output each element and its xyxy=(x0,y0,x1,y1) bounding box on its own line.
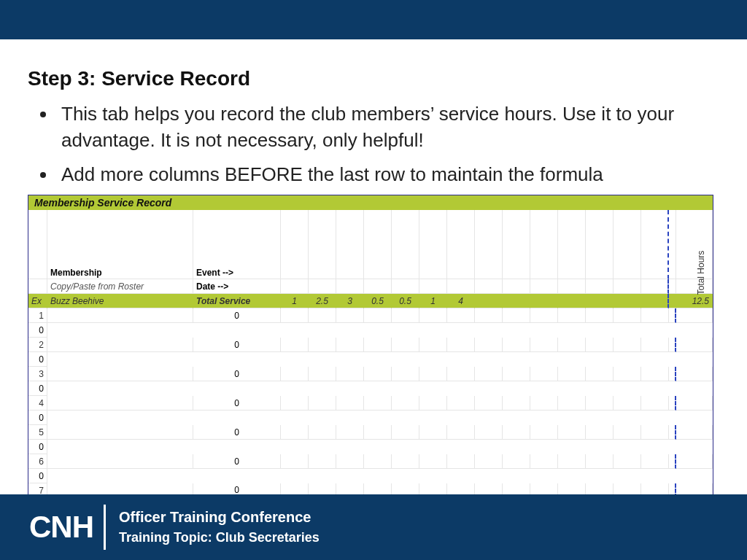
event-header: Event --> xyxy=(193,210,281,279)
total-service-label: Total Service xyxy=(193,294,281,308)
sheet-subheader: Copy/Paste from Roster Date --> xyxy=(28,279,713,294)
table-row: 600 xyxy=(28,454,713,483)
spreadsheet-embed: Membership Service Record Membership Eve… xyxy=(28,195,713,513)
table-row: 200 xyxy=(28,338,713,367)
top-bar xyxy=(0,0,747,39)
footer-line1: Officer Training Conference xyxy=(119,509,320,526)
table-row: 100 xyxy=(28,308,713,338)
table-row: 400 xyxy=(28,396,713,425)
footer-line2: Training Topic: Club Secretaries xyxy=(119,530,320,545)
roster-hint: Copy/Paste from Roster xyxy=(47,279,193,294)
footer-lines: Officer Training Conference Training Top… xyxy=(119,509,320,545)
bullet-list: This tab helps you record the club membe… xyxy=(28,101,719,187)
date-header: Date --> xyxy=(193,279,281,294)
footer-divider xyxy=(104,505,106,550)
table-row: 300 xyxy=(28,367,713,396)
bullet-item: This tab helps you record the club membe… xyxy=(57,101,719,154)
slide-heading: Step 3: Service Record xyxy=(28,67,719,90)
membership-header: Membership xyxy=(47,210,193,279)
total-hours-header: Total Hours xyxy=(676,210,713,279)
ex-total: 12.5 xyxy=(676,294,713,308)
table-row: 500 xyxy=(28,425,713,454)
cell xyxy=(28,210,47,279)
slide-content: Step 3: Service Record This tab helps yo… xyxy=(0,39,747,513)
ex-name: Buzz Beehive xyxy=(47,294,193,308)
ex-label: Ex xyxy=(28,294,47,308)
data-rows: 100200300400500600700 xyxy=(28,308,713,513)
footer: CNH Officer Training Conference Training… xyxy=(0,494,747,560)
bullet-item: Add more columns BEFORE the last row to … xyxy=(57,161,719,187)
example-row: Ex Buzz Beehive Total Service 1 2.5 3 0.… xyxy=(28,294,713,308)
footer-logo: CNH xyxy=(29,510,93,545)
sheet-title: Membership Service Record xyxy=(28,195,713,210)
sheet-header-tall: Membership Event --> Total Hours xyxy=(28,210,713,279)
